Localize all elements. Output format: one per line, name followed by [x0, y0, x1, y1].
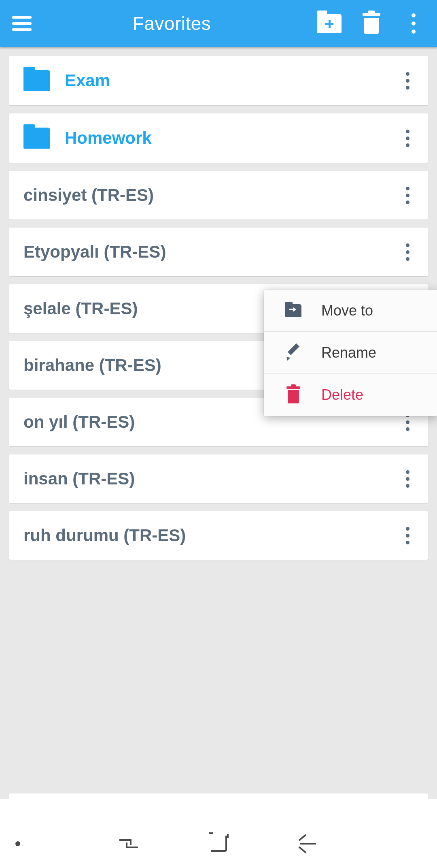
- item-menu-button[interactable]: [397, 68, 418, 93]
- word-item-partial[interactable]: [9, 793, 428, 799]
- item-menu-button[interactable]: [397, 126, 418, 150]
- word-item[interactable]: ruh durumu (TR-ES): [9, 511, 428, 560]
- folder-item[interactable]: Homework: [9, 113, 428, 163]
- word-label: cinsiyet (TR-ES): [23, 186, 397, 205]
- folder-icon: [23, 128, 50, 149]
- bottom-spacer: [0, 799, 437, 819]
- word-item[interactable]: Etyopyalı (TR-ES): [9, 228, 428, 276]
- item-menu-button[interactable]: [397, 523, 418, 548]
- menu-delete[interactable]: Delete: [264, 374, 437, 416]
- new-folder-button[interactable]: [317, 11, 342, 36]
- page-title: Favorites: [26, 13, 317, 34]
- item-menu-button[interactable]: [397, 183, 418, 207]
- folder-arrow-icon: [285, 304, 301, 317]
- word-item[interactable]: insan (TR-ES): [9, 454, 428, 503]
- screen: Favorites Exam Homework cinsiyet (TR-: [0, 0, 437, 868]
- appbar-actions: [317, 11, 426, 36]
- folder-label: Homework: [65, 128, 397, 148]
- menu-item-label: Move to: [321, 302, 373, 319]
- menu-item-label: Rename: [321, 344, 376, 361]
- context-menu: Move to Rename Delete: [264, 290, 437, 416]
- menu-move-to[interactable]: Move to: [264, 290, 437, 332]
- more-vertical-icon: [412, 13, 416, 34]
- item-menu-button[interactable]: [397, 240, 418, 264]
- nav-home-button[interactable]: [211, 836, 227, 852]
- nav-recents-button[interactable]: [119, 838, 138, 850]
- folder-label: Exam: [65, 71, 397, 90]
- trash-icon: [286, 386, 300, 403]
- trash-icon: [363, 13, 380, 34]
- pencil-icon: [286, 345, 301, 360]
- word-label: ruh durumu (TR-ES): [23, 526, 397, 545]
- folder-plus-icon: [317, 14, 342, 33]
- word-label: insan (TR-ES): [23, 469, 397, 488]
- folder-item[interactable]: Exam: [9, 56, 428, 105]
- word-item[interactable]: cinsiyet (TR-ES): [9, 171, 428, 220]
- folder-icon: [23, 70, 50, 91]
- appbar: Favorites: [0, 0, 437, 47]
- item-menu-button[interactable]: [397, 467, 418, 491]
- menu-rename[interactable]: Rename: [264, 332, 437, 374]
- delete-button[interactable]: [359, 11, 384, 36]
- nav-indicator-dot: [15, 841, 20, 846]
- menu-item-label: Delete: [321, 386, 363, 403]
- system-navbar: [0, 819, 437, 868]
- word-label: Etyopyalı (TR-ES): [23, 242, 397, 262]
- nav-back-button[interactable]: [300, 836, 318, 852]
- overflow-menu-button[interactable]: [401, 11, 426, 36]
